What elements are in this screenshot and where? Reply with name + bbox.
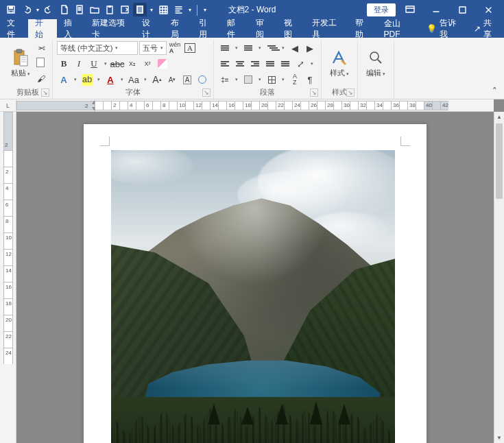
copy-button[interactable] (34, 56, 48, 70)
line-spacing-button[interactable]: ‡≡ (218, 73, 232, 86)
vertical-scrollbar[interactable]: ▲ ▼ (494, 112, 504, 443)
tab-help[interactable]: 帮助 (348, 19, 376, 38)
styles-launcher-icon[interactable]: ↘ (346, 88, 355, 97)
shading-button[interactable] (241, 73, 255, 86)
shrink-font-button[interactable]: A▾ (165, 73, 179, 86)
multilevel-button[interactable] (265, 41, 278, 55)
tab-newtab[interactable]: 新建选项卡 (85, 19, 135, 38)
scroll-up-icon[interactable]: ▲ (494, 112, 504, 122)
cut-button[interactable] (34, 41, 48, 55)
tab-layout[interactable]: 布局 (164, 19, 192, 38)
paste-button[interactable]: 粘贴 ▾ (7, 40, 34, 85)
clear-format-button[interactable] (156, 57, 169, 71)
numbering-dropdown[interactable]: ▾ (256, 41, 263, 55)
share-button[interactable]: ↗共享 (467, 19, 504, 38)
subscript-button[interactable]: X₂ (125, 57, 139, 71)
paste-qat-icon[interactable] (103, 3, 117, 16)
collapse-ribbon-button[interactable]: ˄ (488, 84, 501, 97)
styles-button[interactable]: 样式 ▾ (326, 40, 353, 85)
scroll-down-icon[interactable]: ▼ (494, 433, 504, 443)
text-effects-button[interactable]: A (57, 73, 71, 86)
ribbon-options-icon[interactable] (398, 3, 422, 16)
bullets-button[interactable] (218, 41, 232, 55)
font-color-button[interactable]: A (104, 73, 117, 86)
numbering-button[interactable] (241, 41, 255, 55)
vertical-ruler[interactable]: 246810121416182022242 (0, 112, 16, 443)
highlight-dropdown[interactable]: ▾ (95, 73, 102, 86)
enclose-char-button[interactable] (195, 73, 209, 86)
redo-icon[interactable] (43, 3, 56, 16)
borders-dropdown[interactable]: ▾ (280, 73, 287, 86)
bullets-dropdown[interactable]: ▾ (233, 41, 240, 55)
text-effects-dropdown[interactable]: ▾ (72, 73, 79, 86)
tab-developer[interactable]: 开发工具 (305, 19, 348, 38)
tell-me[interactable]: 💡告诉我 (420, 19, 467, 38)
close-icon[interactable] (477, 3, 500, 16)
distributed-button[interactable] (278, 57, 292, 71)
align-right-button[interactable] (248, 57, 262, 71)
justify-button[interactable] (263, 57, 277, 71)
change-case-button[interactable]: Aa (127, 73, 141, 86)
highlight-button[interactable]: ab (80, 73, 94, 86)
maximize-icon[interactable] (451, 3, 474, 16)
tab-wps[interactable]: 金山PDF (377, 19, 420, 38)
show-marks-button[interactable]: ¶ (303, 73, 317, 86)
align-left-button[interactable] (218, 57, 232, 71)
save-icon[interactable] (4, 3, 18, 16)
tab-review[interactable]: 审阅 (249, 19, 277, 38)
tab-insert[interactable]: 插入 (57, 19, 85, 38)
format-painter-button[interactable] (34, 71, 48, 85)
doc-icon[interactable] (73, 3, 86, 16)
change-case-dropdown[interactable]: ▾ (142, 73, 149, 86)
char-border-button[interactable]: A (183, 41, 197, 55)
tab-references[interactable]: 引用 (192, 19, 220, 38)
decrease-indent-button[interactable]: ◀ (288, 41, 302, 55)
superscript-button[interactable]: X² (141, 57, 154, 71)
paragraph-icon[interactable] (171, 3, 185, 16)
tab-mailings[interactable]: 邮件 (220, 19, 248, 38)
snap-button[interactable]: ⤢ (293, 57, 307, 71)
bold-button[interactable]: B (57, 57, 71, 71)
login-button[interactable]: 登录 (367, 3, 396, 16)
font-color-dropdown[interactable]: ▾ (119, 73, 125, 86)
qat-dropdown-icon[interactable]: ▾ (187, 3, 193, 16)
snap-dropdown[interactable]: ▾ (309, 57, 315, 71)
shading-dropdown[interactable]: ▾ (256, 73, 263, 86)
qat-customize-icon[interactable]: ▾ (202, 3, 208, 16)
sort-button[interactable]: A Z (288, 73, 302, 86)
underline-dropdown[interactable]: ▾ (102, 57, 109, 71)
tab-view[interactable]: 视图 (277, 19, 305, 38)
increase-indent-button[interactable]: ▶ (303, 41, 317, 55)
char-shading-button[interactable]: A (180, 73, 194, 86)
phonetic-guide-button[interactable]: wénA (168, 41, 182, 55)
new-doc-icon[interactable] (58, 3, 71, 16)
paragraph-launcher-icon[interactable]: ↘ (310, 88, 318, 97)
tab-design[interactable]: 设计 (135, 19, 163, 38)
multilevel-dropdown[interactable]: ▾ (280, 41, 287, 55)
font-size-combo[interactable]: 五号▾ (139, 41, 167, 55)
tab-file[interactable]: 文件 (0, 19, 28, 38)
font-launcher-icon[interactable]: ↘ (202, 88, 211, 97)
tab-home[interactable]: 开始 (28, 19, 56, 38)
inserted-image[interactable] (111, 150, 395, 443)
editing-button[interactable]: 编辑 ▾ (362, 40, 389, 85)
italic-button[interactable]: I (72, 57, 86, 71)
minimize-icon[interactable] (424, 3, 448, 16)
qat-more-icon[interactable]: ▾ (148, 3, 155, 16)
line-spacing-dropdown[interactable]: ▾ (233, 73, 240, 86)
grow-font-button[interactable]: A▴ (150, 73, 164, 86)
open-icon[interactable] (88, 3, 101, 16)
reading-mode-icon[interactable] (133, 3, 147, 16)
clipboard-launcher-icon[interactable]: ↘ (41, 88, 49, 97)
borders-button[interactable] (265, 73, 278, 86)
undo-icon[interactable] (19, 3, 33, 16)
document-area[interactable] (16, 112, 494, 443)
ruler-corner[interactable]: L (0, 99, 16, 112)
font-name-combo[interactable]: 等线 (中文正文)▾ (57, 41, 138, 55)
align-center-button[interactable] (233, 57, 247, 71)
strike-button[interactable]: abc (110, 57, 124, 71)
underline-button[interactable]: U (87, 57, 101, 71)
undo-dropdown-icon[interactable]: ▾ (34, 3, 41, 16)
table-icon[interactable] (156, 3, 170, 16)
save-as-icon[interactable] (118, 3, 132, 16)
